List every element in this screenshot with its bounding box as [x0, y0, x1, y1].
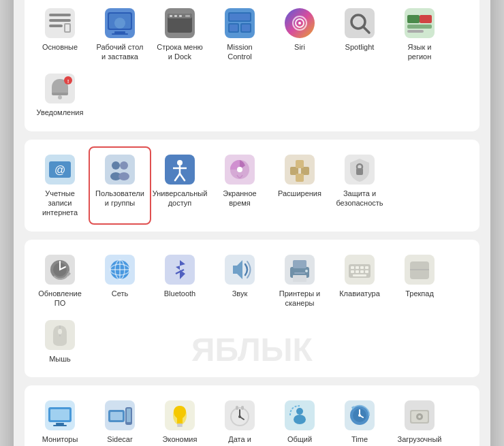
svg-rect-129 [236, 406, 238, 410]
osnovy-icon [44, 7, 76, 39]
mission-label: MissionControl [227, 42, 252, 62]
zagruzochny-item[interactable]: Загрузочныйдиск [390, 394, 450, 446]
ekrannoe-item[interactable]: Экранноевремя [210, 148, 270, 223]
bluetooth-item[interactable]: Bluetooth [150, 248, 210, 314]
svg-point-15 [114, 18, 125, 29]
yazyk-icon [403, 7, 436, 39]
svg-rect-116 [110, 412, 123, 420]
svg-rect-90 [294, 272, 305, 274]
svg-rect-6 [45, 8, 75, 38]
siri-icon [283, 7, 316, 39]
svg-rect-95 [356, 266, 359, 269]
svg-rect-97 [365, 266, 368, 269]
zagruzochny-icon [403, 399, 436, 432]
stroka-label: Строка менюи Dock [157, 42, 202, 62]
mysh-label: Мышь [49, 354, 71, 364]
siri-label: Siri [294, 42, 305, 52]
svg-rect-7 [49, 14, 71, 16]
svg-rect-113 [53, 425, 67, 426]
trekpad-label: Трекпад [405, 289, 434, 298]
siri-item[interactable]: Siri [270, 1, 330, 67]
osnovy-item[interactable]: Основные [30, 1, 90, 67]
trekpad-icon [403, 253, 436, 286]
bluetooth-icon [163, 253, 196, 286]
uvedomleniya-item[interactable]: ! Уведомления [30, 67, 90, 123]
printery-label: Принтеры исканеры [279, 289, 321, 308]
uvedomleniya-icon: ! [44, 72, 76, 105]
svg-point-108 [58, 329, 62, 334]
klaviatura-icon [343, 253, 376, 286]
time-machine-item[interactable]: TimeMachine [330, 394, 390, 446]
svg-rect-68 [296, 160, 304, 168]
svg-rect-31 [242, 25, 250, 31]
obnovlenie-icon [44, 253, 76, 286]
obshiy-item[interactable]: Общийдоступ [270, 394, 330, 446]
set-label: Сеть [112, 289, 128, 298]
monitory-item[interactable]: Мониторы [30, 394, 90, 446]
obshiy-label: Общийдоступ [287, 434, 312, 446]
section-general: Основные Рабочий столи за [25, 0, 479, 131]
printery-icon [283, 253, 316, 286]
set-icon [104, 253, 136, 286]
svg-rect-88 [293, 260, 306, 268]
obshiy-icon [283, 399, 316, 432]
bluetooth-label: Bluetooth [164, 289, 195, 298]
svg-point-55 [120, 161, 128, 170]
svg-rect-29 [230, 14, 250, 20]
spotlight-label: Spotlight [345, 42, 375, 52]
stroka-item[interactable]: Строка менюи Dock [150, 1, 210, 67]
svg-rect-23 [179, 15, 182, 17]
rabochiy-item[interactable]: Рабочий столи заставка [90, 1, 150, 67]
svg-rect-112 [56, 423, 64, 425]
ekonomiya-icon [163, 399, 196, 432]
trekpad-item[interactable]: Трекпад [390, 248, 450, 314]
ekonomiya-item[interactable]: Экономияэнергии [150, 394, 210, 446]
svg-point-128 [238, 415, 241, 418]
svg-rect-17 [112, 33, 128, 35]
spotlight-item[interactable]: Spotlight [330, 1, 390, 67]
sidecar-item[interactable]: Sidecar [90, 394, 150, 446]
mission-item[interactable]: MissionControl [210, 1, 270, 67]
yazyk-label: Язык ирегион [408, 42, 432, 62]
svg-rect-118 [127, 409, 131, 422]
svg-point-46 [58, 95, 62, 99]
zvuk-item[interactable]: Звук [210, 248, 270, 314]
yazyk-item[interactable]: Язык ирегион [390, 1, 450, 67]
universalny-icon [163, 153, 196, 186]
mysh-item[interactable]: Мышь [30, 313, 90, 369]
set-item[interactable]: Сеть [90, 248, 150, 314]
time-machine-label: TimeMachine [345, 434, 374, 446]
ekrannoe-icon [223, 153, 256, 186]
uchetnye-item[interactable]: @ Учетные записиинтернета [30, 148, 90, 223]
mission-icon [223, 7, 256, 39]
data-icon [223, 399, 256, 432]
spotlight-icon [343, 7, 376, 39]
svg-point-91 [305, 270, 308, 272]
klaviatura-item[interactable]: Клавиатура [330, 248, 390, 314]
rasshireniya-icon [283, 153, 316, 186]
icon-grid-2: @ Учетные записиинтернета [30, 148, 474, 223]
zvuk-icon [223, 253, 256, 286]
data-item[interactable]: Дата ивремя [210, 394, 270, 446]
data-label: Дата ивремя [228, 434, 251, 446]
rasshireniya-item[interactable]: Расширения [270, 148, 330, 223]
svg-point-56 [119, 172, 129, 180]
klaviatura-label: Клавиатура [339, 289, 380, 298]
sidecar-label: Sidecar [107, 434, 132, 444]
zashita-item[interactable]: Защита ибезопасность [330, 148, 390, 223]
svg-rect-24 [185, 15, 190, 17]
svg-rect-104 [410, 261, 429, 279]
svg-rect-96 [360, 266, 364, 269]
svg-point-53 [112, 161, 120, 170]
svg-point-139 [358, 414, 361, 417]
svg-text:@: @ [54, 164, 65, 176]
polzovateli-item[interactable]: Пользователии группы [90, 148, 150, 223]
obnovlenie-item[interactable]: ОбновлениеПО [30, 248, 90, 314]
time-machine-icon [343, 399, 376, 432]
universalny-item[interactable]: Универсальныйдоступ [150, 148, 210, 223]
printery-item[interactable]: Принтеры исканеры [270, 248, 330, 314]
svg-rect-16 [114, 31, 125, 33]
svg-rect-30 [230, 25, 238, 31]
mysh-icon [44, 319, 76, 351]
svg-point-132 [296, 408, 303, 415]
